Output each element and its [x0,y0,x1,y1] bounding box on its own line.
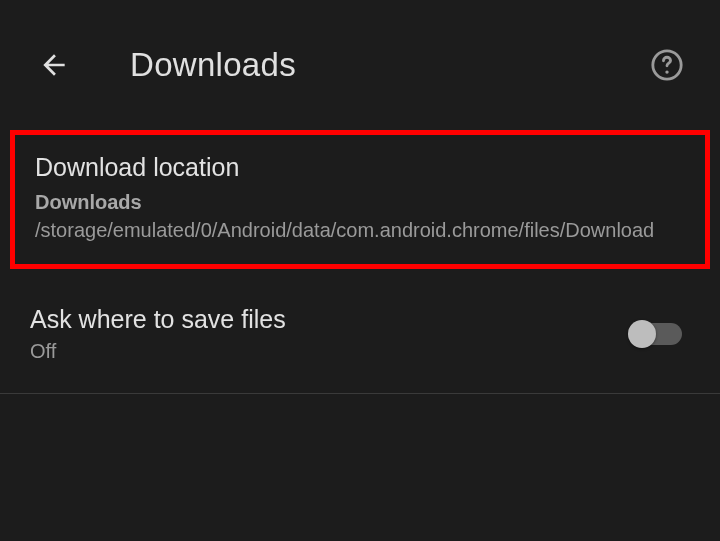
setting-download-location[interactable]: Download location Downloads /storage/emu… [10,130,710,269]
ask-save-toggle[interactable] [630,323,682,345]
page-title: Downloads [130,46,650,84]
ask-save-status: Off [30,340,630,363]
download-location-path: Downloads /storage/emulated/0/Android/da… [35,188,685,244]
download-folder-label: Downloads [35,191,142,213]
settings-list: Download location Downloads /storage/emu… [0,130,720,394]
arrow-back-icon [38,49,70,81]
toggle-knob [628,320,656,348]
app-header: Downloads [0,0,720,130]
help-button[interactable] [650,48,684,82]
svg-point-1 [665,70,668,73]
setting-ask-save[interactable]: Ask where to save files Off [0,277,720,394]
download-path-value: /storage/emulated/0/Android/data/com.and… [35,219,654,241]
back-button[interactable] [38,49,70,81]
ask-save-title: Ask where to save files [30,305,630,334]
help-icon [650,48,684,82]
download-location-title: Download location [35,153,685,182]
ask-save-text: Ask where to save files Off [30,305,630,363]
